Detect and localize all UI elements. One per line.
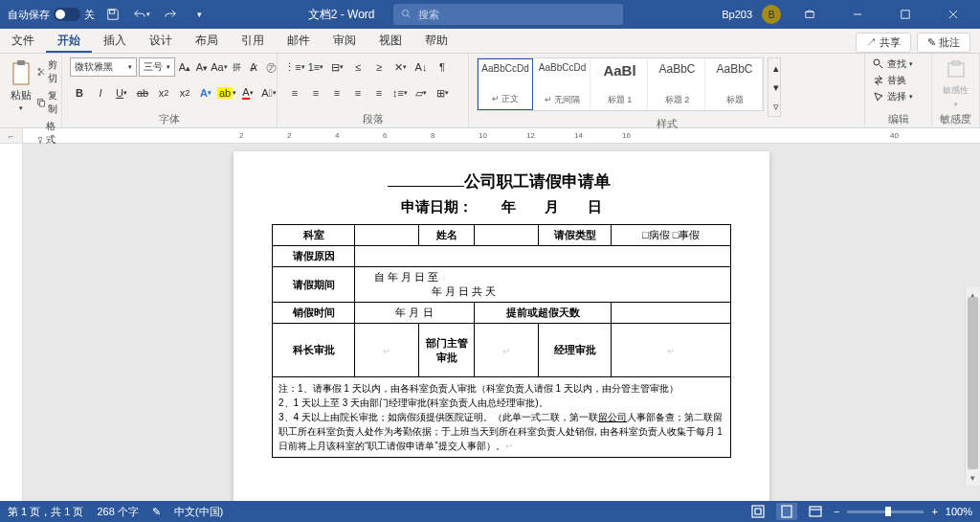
close-icon[interactable]	[934, 1, 972, 28]
justify-button[interactable]: ≡	[348, 83, 368, 102]
cut-button[interactable]: 剪切	[36, 57, 62, 86]
font-name-select[interactable]: 微软雅黑▾	[70, 57, 137, 77]
document-title: 文档2 - Word	[308, 7, 375, 23]
scroll-thumb[interactable]	[968, 297, 978, 469]
styles-gallery[interactable]: AaBbCcDd↵ 正文 AaBbCcDd↵ 无间隔 AaBl标题 1 AaBb…	[477, 57, 764, 111]
language-indicator[interactable]: 中文(中国)	[174, 505, 223, 519]
shading-button[interactable]: ▱▾	[412, 83, 431, 102]
minimize-icon[interactable]	[838, 1, 877, 28]
align-center-button[interactable]: ≡	[306, 83, 325, 102]
italic-button[interactable]: I	[91, 83, 110, 102]
qat-customize-icon[interactable]: ▾	[189, 4, 210, 25]
paste-button[interactable]: 粘贴▾	[8, 57, 34, 114]
tab-insert[interactable]: 插入	[92, 28, 138, 53]
tab-layout[interactable]: 布局	[184, 28, 230, 53]
phonetic-guide-button[interactable]: 拼	[229, 57, 244, 77]
shrink-font-button[interactable]: A▾	[194, 57, 210, 77]
scroll-down-icon[interactable]: ▾	[966, 470, 980, 486]
highlight-button[interactable]: ab▾	[217, 83, 236, 102]
text-direction-button[interactable]: ✕▾	[390, 57, 410, 77]
document-scroll[interactable]: 公司职工请假申请单↓ 申请日期：年月日 科室 姓名 请假类型□病假 □事假 请假…	[23, 144, 980, 507]
increase-indent-button[interactable]: ≥	[369, 57, 389, 77]
page-indicator[interactable]: 第 1 页，共 1 页	[8, 505, 83, 519]
grow-font-button[interactable]: A▴	[177, 57, 192, 77]
styles-more-icon[interactable]: ▿	[768, 97, 784, 116]
styles-up-icon[interactable]: ▴	[768, 58, 784, 78]
style-normal[interactable]: AaBbCcDd↵ 正文	[478, 58, 533, 110]
tab-help[interactable]: 帮助	[413, 28, 459, 53]
styles-down-icon[interactable]: ▾	[768, 78, 784, 97]
word-count[interactable]: 268 个字	[97, 505, 138, 519]
text-effects-button[interactable]: A▾	[196, 83, 215, 102]
line-spacing-button[interactable]: ↕≡▾	[390, 83, 410, 102]
bullets-button[interactable]: ⋮≡▾	[285, 57, 304, 77]
zoom-level[interactable]: 100%	[946, 506, 972, 517]
vertical-ruler[interactable]	[0, 144, 23, 507]
copy-button[interactable]: 复制	[36, 88, 62, 117]
tab-design[interactable]: 设计	[138, 28, 184, 53]
align-right-button[interactable]: ≡	[327, 83, 346, 102]
zoom-in-button[interactable]: +	[931, 506, 937, 517]
zoom-slider[interactable]	[847, 511, 924, 513]
tab-view[interactable]: 视图	[368, 28, 413, 53]
horizontal-ruler[interactable]: ⌐ 224681012141640	[0, 128, 980, 144]
autosave-toggle[interactable]: 自动保存 关	[8, 8, 95, 22]
ribbon-display-icon[interactable]	[791, 1, 829, 28]
page[interactable]: 公司职工请假申请单↓ 申请日期：年月日 科室 姓名 请假类型□病假 □事假 请假…	[234, 151, 769, 507]
replace-button[interactable]: 替换	[873, 74, 913, 87]
multilevel-button[interactable]: ⊟▾	[327, 57, 346, 77]
vertical-scrollbar[interactable]: ▴ ▾	[965, 287, 980, 486]
tab-file[interactable]: 文件	[0, 28, 46, 53]
numbering-button[interactable]: 1≡▾	[306, 57, 325, 77]
maximize-icon[interactable]	[886, 1, 924, 28]
redo-icon[interactable]	[160, 4, 181, 25]
superscript-button[interactable]: x2	[175, 83, 194, 102]
bold-button[interactable]: B	[70, 83, 89, 102]
focus-mode-icon[interactable]	[747, 503, 768, 520]
tab-references[interactable]: 引用	[230, 28, 276, 53]
char-shading-button[interactable]: A⃝▾	[259, 83, 278, 102]
doc-date-line: 申请日期：年月日	[272, 198, 731, 216]
style-heading2[interactable]: AaBbC标题 2	[650, 58, 705, 110]
sort-button[interactable]: A↓	[412, 57, 431, 77]
undo-icon[interactable]: ▾	[131, 4, 152, 25]
print-layout-icon[interactable]	[776, 503, 797, 520]
change-case-button[interactable]: Aa▾	[212, 57, 227, 77]
group-styles: AaBbCcDd↵ 正文 AaBbCcDd↵ 无间隔 AaBl标题 1 AaBb…	[469, 54, 865, 127]
title-bar: 自动保存 关 ▾ ▾ 文档2 - Word 搜索 Bp203 B	[0, 0, 980, 29]
tab-mailings[interactable]: 邮件	[276, 28, 322, 53]
font-color-button[interactable]: A▾	[238, 83, 257, 102]
replace-icon	[873, 75, 884, 86]
enclose-char-button[interactable]: ㋐	[263, 57, 278, 77]
comments-button[interactable]: ✎ 批注	[917, 33, 970, 53]
search-box[interactable]: 搜索	[393, 4, 623, 25]
distribute-button[interactable]: ≡	[369, 83, 389, 102]
style-title[interactable]: AaBbC标题	[707, 58, 763, 110]
find-button[interactable]: 查找▾	[873, 57, 913, 71]
zoom-out-button[interactable]: −	[834, 506, 839, 517]
save-icon[interactable]	[102, 4, 123, 25]
borders-button[interactable]: ⊞▾	[433, 83, 452, 102]
style-heading1[interactable]: AaBl标题 1	[592, 58, 648, 110]
svg-point-1	[403, 11, 409, 16]
user-name[interactable]: Bp203	[722, 9, 752, 20]
font-size-select[interactable]: 三号▾	[139, 57, 175, 77]
share-button[interactable]: ↗ 共享	[856, 33, 911, 53]
cursor-icon	[873, 91, 884, 102]
select-button[interactable]: 选择▾	[873, 90, 913, 103]
style-nospacing[interactable]: AaBbCcDd↵ 无间隔	[535, 58, 590, 110]
align-left-button[interactable]: ≡	[285, 83, 304, 102]
decrease-indent-button[interactable]: ≤	[348, 57, 368, 77]
svg-rect-13	[755, 509, 761, 514]
show-marks-button[interactable]: ¶	[433, 57, 452, 77]
web-layout-icon[interactable]	[805, 503, 826, 520]
strikethrough-button[interactable]: ab	[133, 83, 152, 102]
avatar[interactable]: B	[762, 5, 781, 24]
form-table[interactable]: 科室 姓名 请假类型□病假 □事假 请假原因 请假期间自 年 月 日 至 ↓年 …	[272, 224, 731, 377]
clear-format-button[interactable]: A̷	[246, 57, 261, 77]
underline-button[interactable]: U▾	[112, 83, 131, 102]
tab-review[interactable]: 审阅	[322, 28, 368, 53]
subscript-button[interactable]: x2	[154, 83, 173, 102]
spellcheck-icon[interactable]: ✎	[152, 506, 161, 518]
tab-home[interactable]: 开始	[46, 28, 92, 53]
